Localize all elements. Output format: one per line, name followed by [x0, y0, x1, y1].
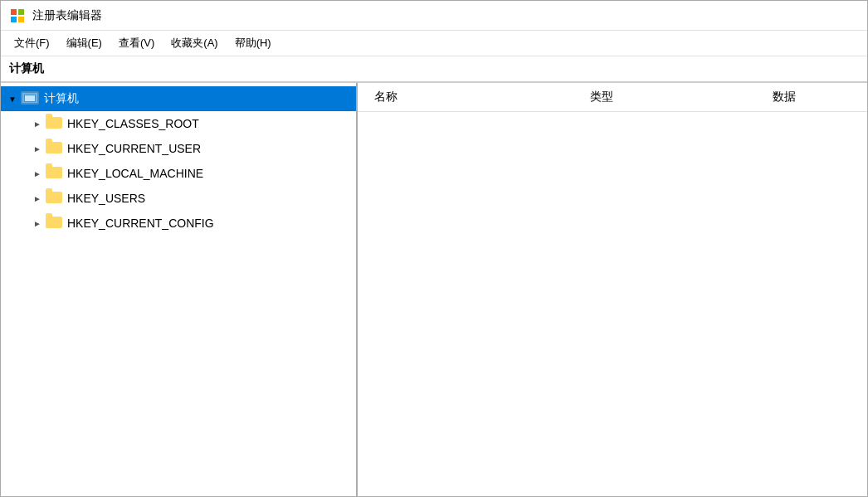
menu-item-favorites[interactable]: 收藏夹(A) — [164, 33, 224, 53]
menu-item-view[interactable]: 查看(V) — [112, 33, 161, 53]
tree-item-hkcc[interactable]: ► HKEY_CURRENT_CONFIG — [1, 211, 356, 236]
column-header-type: 类型 — [583, 88, 766, 106]
address-text: 计算机 — [9, 61, 44, 76]
folder-icon-hku — [46, 192, 62, 205]
tree-label-hkcu: HKEY_CURRENT_USER — [67, 142, 201, 155]
tree-label-hkcr: HKEY_CLASSES_ROOT — [67, 117, 199, 130]
menu-item-file[interactable]: 文件(F) — [7, 33, 56, 53]
expand-arrow-computer[interactable]: ▼ — [6, 92, 19, 105]
windows-logo-icon — [11, 9, 24, 22]
right-panel: 名称 类型 数据 — [358, 83, 867, 496]
expand-arrow-hkcu[interactable]: ► — [31, 142, 44, 155]
tree-panel[interactable]: ▼ 计算机 ► HKEY_CLASSES_ROOT ► — [1, 83, 358, 496]
expand-arrow-hku[interactable]: ► — [31, 192, 44, 205]
tree-item-hkcu[interactable]: ► HKEY_CURRENT_USER — [1, 136, 356, 161]
tree-item-computer[interactable]: ▼ 计算机 — [1, 86, 356, 111]
folder-icon-hkcc — [46, 217, 62, 230]
folder-icon-hkcr — [46, 117, 62, 130]
column-header-name: 名称 — [368, 88, 583, 106]
expand-arrow-hklm[interactable]: ► — [31, 167, 44, 180]
registry-editor-window: 注册表编辑器 文件(F)编辑(E)查看(V)收藏夹(A)帮助(H) 计算机 ▼ … — [0, 0, 868, 497]
tree-label-hklm: HKEY_LOCAL_MACHINE — [67, 167, 203, 180]
column-headers: 名称 类型 数据 — [358, 83, 867, 112]
column-header-data: 数据 — [766, 88, 857, 106]
tree-item-hku[interactable]: ► HKEY_USERS — [1, 186, 356, 211]
tree-item-hkcr[interactable]: ► HKEY_CLASSES_ROOT — [1, 111, 356, 136]
folder-icon-hklm — [46, 167, 62, 180]
folder-icon-hkcu — [46, 142, 62, 155]
menu-item-help[interactable]: 帮助(H) — [228, 33, 278, 53]
menu-item-edit[interactable]: 编辑(E) — [60, 33, 109, 53]
app-icon — [9, 7, 26, 24]
tree-label-computer: 计算机 — [44, 91, 79, 106]
main-content: ▼ 计算机 ► HKEY_CLASSES_ROOT ► — [1, 83, 867, 496]
menu-bar: 文件(F)编辑(E)查看(V)收藏夹(A)帮助(H) — [1, 31, 867, 56]
tree-label-hku: HKEY_USERS — [67, 192, 145, 205]
expand-arrow-hkcr[interactable]: ► — [31, 117, 44, 130]
title-bar: 注册表编辑器 — [1, 1, 867, 31]
expand-arrow-hkcc[interactable]: ► — [31, 217, 44, 230]
tree-label-hkcc: HKEY_CURRENT_CONFIG — [67, 217, 214, 230]
computer-icon — [21, 91, 39, 106]
tree-item-hklm[interactable]: ► HKEY_LOCAL_MACHINE — [1, 161, 356, 186]
address-bar: 计算机 — [1, 56, 867, 83]
right-panel-content — [358, 112, 867, 125]
window-title: 注册表编辑器 — [32, 8, 102, 23]
